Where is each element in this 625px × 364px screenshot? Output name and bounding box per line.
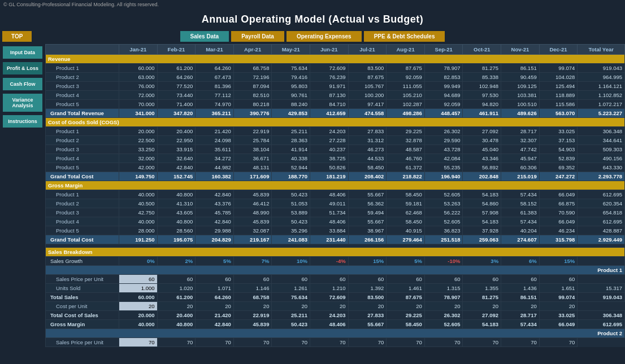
cell: 55.667 xyxy=(348,320,387,329)
sidebar-variance[interactable]: Variance Analysis xyxy=(3,94,42,112)
cell: 53.263 xyxy=(424,199,463,208)
cell: 448.457 xyxy=(424,109,463,118)
cell: 43.346 xyxy=(463,154,501,163)
row-label: Product 2 xyxy=(46,136,119,145)
cell: 55.667 xyxy=(348,190,387,199)
col-jun: Jun-21 xyxy=(310,45,349,55)
cell: 70 xyxy=(157,338,196,347)
cell: 20 xyxy=(539,302,578,311)
cell: 42.750 xyxy=(119,208,158,217)
cell: 25.784 xyxy=(233,136,272,145)
cell: 60.000 xyxy=(119,64,158,73)
cell: 428.887 xyxy=(578,226,625,235)
cell: 612.695 xyxy=(578,217,625,226)
section-header-label: Revenue xyxy=(46,55,625,64)
cell: 100.510 xyxy=(501,100,540,109)
cell: 45.839 xyxy=(233,320,272,329)
cell: 654.818 xyxy=(578,208,625,217)
cell: 87.675 xyxy=(348,73,387,82)
sidebar-input-data[interactable]: Input Data xyxy=(3,46,42,59)
top-button[interactable]: TOP xyxy=(2,31,32,42)
cell: 35.611 xyxy=(196,145,234,154)
cell: 20 xyxy=(424,302,463,311)
row-label: Total Sales xyxy=(46,293,119,302)
cell: 40.800 xyxy=(157,320,196,329)
row-label: Product 1 xyxy=(46,190,119,199)
ppe-debt-button[interactable]: PPE & Debt Schedules xyxy=(364,31,445,42)
cell: 44.982 xyxy=(196,163,234,172)
row-label: Sales Price per Unit xyxy=(46,275,119,284)
cell: 37.928 xyxy=(463,226,501,235)
cell: 21.420 xyxy=(196,311,234,320)
cell: 33.025 xyxy=(539,127,578,136)
cell: 81.275 xyxy=(463,293,501,302)
cell: 55.667 xyxy=(348,217,387,226)
cell: 315.798 xyxy=(539,235,578,244)
row-label: Grand Total Revenue xyxy=(46,109,119,118)
cell: 115.586 xyxy=(539,100,578,109)
cell: 620.354 xyxy=(578,199,625,208)
sales-data-button[interactable]: Sales Data xyxy=(180,31,229,42)
product-header-label: Product 2 xyxy=(46,329,625,338)
page-title: Annual Operating Model (Actual vs Budget… xyxy=(0,14,625,25)
cell: 15.317 xyxy=(578,284,625,293)
cell: 105.210 xyxy=(387,91,425,100)
operating-expenses-button[interactable]: Operating Expenses xyxy=(287,31,362,42)
cell: 1.355 xyxy=(463,284,501,293)
cell: 67.473 xyxy=(196,73,234,82)
cell: 20.000 xyxy=(119,311,158,320)
growth-cell: 15% xyxy=(539,257,578,266)
cell: 1.315 xyxy=(424,284,463,293)
cell: 78.907 xyxy=(424,293,463,302)
sidebar-instructions[interactable]: Instructions xyxy=(3,115,42,128)
cell: 72.196 xyxy=(233,73,272,82)
cell: 70 xyxy=(233,338,272,347)
payroll-data-button[interactable]: Payroll Data xyxy=(231,31,284,42)
cell: 52.944 xyxy=(272,163,310,172)
growth-cell: 15% xyxy=(348,257,387,266)
row-label: Product 2 xyxy=(46,199,119,208)
cell: 20 xyxy=(310,302,349,311)
cell: 70 xyxy=(348,338,387,347)
cell: 1.651 xyxy=(539,284,578,293)
cell: 100.200 xyxy=(348,91,387,100)
row-label: Product 5 xyxy=(46,226,119,235)
cell: 20.400 xyxy=(157,311,196,320)
cell: 102.948 xyxy=(463,82,501,91)
cell: 72.000 xyxy=(119,91,158,100)
cell: 60.000 xyxy=(119,293,158,302)
col-jan: Jan-21 xyxy=(119,45,158,55)
cell: 1.000 xyxy=(119,284,158,293)
cell: 33.915 xyxy=(157,145,196,154)
cell: 20 xyxy=(463,302,501,311)
cell: 109.125 xyxy=(501,82,540,91)
cell: 29.225 xyxy=(387,311,425,320)
cell: 58.450 xyxy=(387,190,425,199)
sidebar-cash-flow[interactable]: Cash Flow xyxy=(3,78,42,90)
cell: 90.761 xyxy=(272,91,310,100)
cell: 38.725 xyxy=(310,154,349,163)
cell: 241.083 xyxy=(272,235,310,244)
col-nov: Nov-21 xyxy=(501,45,540,55)
cell: 412.659 xyxy=(310,109,349,118)
cell: 42.840 xyxy=(196,190,234,199)
cell: 43.605 xyxy=(157,208,196,217)
cell: 125.494 xyxy=(539,82,578,91)
cell: 28.717 xyxy=(501,127,540,136)
cell: 58.152 xyxy=(501,199,540,208)
cell: 72.609 xyxy=(310,64,349,73)
cell: 188.770 xyxy=(272,172,310,181)
cell: 181.219 xyxy=(310,172,349,181)
cell: 46.412 xyxy=(233,199,272,208)
cell: 41.310 xyxy=(157,199,196,208)
row-label: Total Cost of Sales xyxy=(46,311,119,320)
growth-cell: 6% xyxy=(501,257,540,266)
cell: 33.884 xyxy=(310,226,349,235)
cell: 99.074 xyxy=(539,293,578,302)
cell: 22.919 xyxy=(233,127,272,136)
cell: 59.494 xyxy=(348,208,387,217)
top-bar: © GL Consulting-Professional Financial M… xyxy=(0,0,625,9)
sidebar-profit-loss[interactable]: Profit & Loss xyxy=(3,62,42,74)
cell: 87.130 xyxy=(310,91,349,100)
cell: 1.210 xyxy=(310,284,349,293)
